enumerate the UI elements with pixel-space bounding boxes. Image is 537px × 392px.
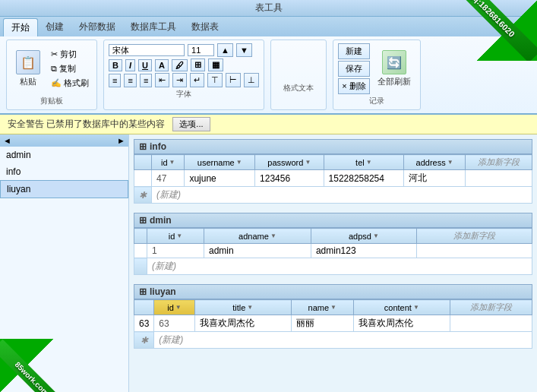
format-text-content <box>276 43 321 81</box>
admin-row1-selector[interactable] <box>134 244 147 258</box>
save-record-button[interactable]: 保存 <box>338 61 369 77</box>
bold-button[interactable]: B <box>109 59 122 71</box>
format-painter-button[interactable]: ✍ 格式刷 <box>48 77 92 90</box>
liuyan-th-id[interactable]: id▼ <box>154 300 194 315</box>
info-th-id[interactable]: id▼ <box>152 155 185 170</box>
info-row1-password[interactable]: 123456 <box>255 170 324 187</box>
info-section-icon: ⊞ <box>139 141 147 152</box>
cut-button[interactable]: ✂ 剪切 <box>48 48 92 61</box>
info-row1-address[interactable]: 河北 <box>404 170 466 187</box>
admin-table: id▼ adname▼ adpsd▼ 添加新字段 1 admin admin12… <box>134 228 532 275</box>
admin-newrow-label[interactable]: (新建) <box>147 258 532 275</box>
new-record-button[interactable]: 新建 <box>338 43 369 59</box>
liuyan-section-header: ⊞ liuyan <box>134 284 532 299</box>
format-text-label: 格式文本 <box>283 83 314 93</box>
highlight-button[interactable]: 🖊 <box>172 59 188 71</box>
admin-th-adname[interactable]: adname▼ <box>204 229 311 244</box>
liuyan-th-title[interactable]: title▼ <box>194 300 291 315</box>
info-th-addfield[interactable]: 添加新字段 <box>465 155 532 170</box>
sidebar-item-admin[interactable]: admin <box>0 147 128 163</box>
font-name-row: ▲ ▼ <box>109 43 259 57</box>
admin-row1-id[interactable]: 1 <box>147 244 204 258</box>
tab-dbtools[interactable]: 数据库工具 <box>123 18 184 36</box>
align-left-button[interactable]: ≡ <box>109 74 121 87</box>
underline-button[interactable]: U <box>138 59 152 71</box>
align-middle-button[interactable]: ⊢ <box>226 73 241 87</box>
info-th-tel[interactable]: tel▼ <box>324 155 404 170</box>
indent-left-button[interactable]: ⇤ <box>155 73 169 87</box>
sidebar-expand-icon[interactable]: ► <box>117 136 125 145</box>
liuyan-row1-content[interactable]: 我喜欢周杰伦 <box>353 315 450 332</box>
info-row1-selector[interactable] <box>134 170 152 187</box>
admin-newrow-selector <box>134 258 147 275</box>
font-size-down-button[interactable]: ▼ <box>236 43 252 57</box>
admin-section-icon: ⊞ <box>139 215 147 226</box>
italic-button[interactable]: I <box>125 59 135 71</box>
delete-record-button[interactable]: × 删除 <box>338 78 369 94</box>
liuyan-section-title: liuyan <box>150 286 176 297</box>
security-options-button[interactable]: 选项... <box>172 117 210 131</box>
refresh-button-wrap: 🔄 全部刷新 <box>373 47 415 90</box>
info-table: id▼ username▼ password▼ tel▼ address▼ 添加… <box>134 154 532 204</box>
sidebar-item-info[interactable]: info <box>0 163 128 180</box>
admin-adpsd-sort-icon: ▼ <box>373 232 379 239</box>
indent-right-button[interactable]: ⇥ <box>172 73 187 87</box>
paste-button[interactable]: 📋 粘贴 <box>11 47 45 90</box>
tab-start[interactable]: 开始 <box>3 18 38 36</box>
admin-th-adpsd[interactable]: adpsd▼ <box>311 229 416 244</box>
font-group: ▲ ▼ B I U A 🖊 ⊞ ▦ ≡ ≡ ≡ ⇤ ⇥ <box>103 40 264 110</box>
liuyan-table: id▼ title▼ name▼ content▼ 添加新字段 63 63 我喜… <box>134 299 532 349</box>
liuyan-th-content[interactable]: content▼ <box>353 300 450 315</box>
admin-adname-sort-icon: ▼ <box>270 232 276 239</box>
liuyan-th-name[interactable]: name▼ <box>291 300 353 315</box>
liuyan-row1-title[interactable]: 我喜欢周杰伦 <box>194 315 291 332</box>
align-center-button[interactable]: ≡ <box>124 74 136 87</box>
clipboard-content: 📋 粘贴 ✂ 剪切 ⧉ 复制 ✍ 格式刷 <box>11 43 92 94</box>
font-size-up-button[interactable]: ▲ <box>217 43 233 57</box>
tab-external[interactable]: 外部数据 <box>71 18 123 36</box>
liuyan-row1-id[interactable]: 63 <box>154 315 194 332</box>
align-bottom-button[interactable]: ⊥ <box>244 73 259 87</box>
liuyan-row1-selector[interactable]: 63 <box>134 315 154 332</box>
refresh-button[interactable]: 🔄 全部刷新 <box>373 47 415 90</box>
info-row1-extra <box>465 170 532 187</box>
copy-button[interactable]: ⧉ 复制 <box>48 62 92 75</box>
info-row1-username[interactable]: xujune <box>185 170 255 187</box>
info-password-sort-icon: ▼ <box>305 159 311 166</box>
liuyan-row1-extra <box>450 315 532 332</box>
info-th-address[interactable]: address▼ <box>404 155 466 170</box>
align-top-button[interactable]: ⊤ <box>207 73 223 87</box>
align-right-button[interactable]: ≡ <box>140 74 152 87</box>
admin-th-addfield[interactable]: 添加新字段 <box>416 229 532 244</box>
sidebar-item-liuyan[interactable]: liuyan <box>0 180 128 198</box>
sidebar-collapse-icon[interactable]: ◄ <box>3 136 11 145</box>
info-th-username[interactable]: username▼ <box>185 155 255 170</box>
font-controls: ▲ ▼ B I U A 🖊 ⊞ ▦ ≡ ≡ ≡ ⇤ ⇥ <box>109 43 259 87</box>
info-section: ⊞ info id▼ username▼ password▼ tel▼ addr… <box>134 139 532 204</box>
table-row: 63 63 我喜欢周杰伦 丽丽 我喜欢周杰伦 <box>134 315 532 332</box>
bottom-left-banner: 85work.com <box>0 339 91 392</box>
liuyan-newrow-label[interactable]: (新建) <box>154 332 532 349</box>
info-section-header: ⊞ info <box>134 139 532 154</box>
tab-datasheet[interactable]: 数据表 <box>184 18 226 36</box>
wrap-button[interactable]: ↵ <box>190 73 204 87</box>
liuyan-th-addfield[interactable]: 添加新字段 <box>450 300 532 315</box>
info-th-password[interactable]: password▼ <box>255 155 324 170</box>
admin-row1-adpsd[interactable]: admin123 <box>311 244 416 258</box>
grid-button[interactable]: ⊞ <box>191 58 205 71</box>
info-row1-id[interactable]: 47 <box>152 170 185 187</box>
info-newrow-label[interactable]: (新建) <box>152 187 532 204</box>
tab-create[interactable]: 创建 <box>38 18 71 36</box>
info-row1-tel[interactable]: 15228258254 <box>324 170 404 187</box>
liuyan-row1-name[interactable]: 丽丽 <box>291 315 353 332</box>
font-label: 字体 <box>176 89 191 100</box>
records-group: 新建 保存 × 删除 🔄 全部刷新 记录 <box>333 40 420 110</box>
admin-th-id[interactable]: id▼ <box>147 229 204 244</box>
info-section-title: info <box>150 141 166 152</box>
info-id-sort-icon: ▼ <box>169 159 175 166</box>
font-color-button[interactable]: A <box>155 59 169 71</box>
admin-row1-adname[interactable]: admin <box>204 244 311 258</box>
font-name-input[interactable] <box>109 44 185 56</box>
font-size-input[interactable] <box>188 44 214 56</box>
border-button[interactable]: ▦ <box>208 58 223 71</box>
